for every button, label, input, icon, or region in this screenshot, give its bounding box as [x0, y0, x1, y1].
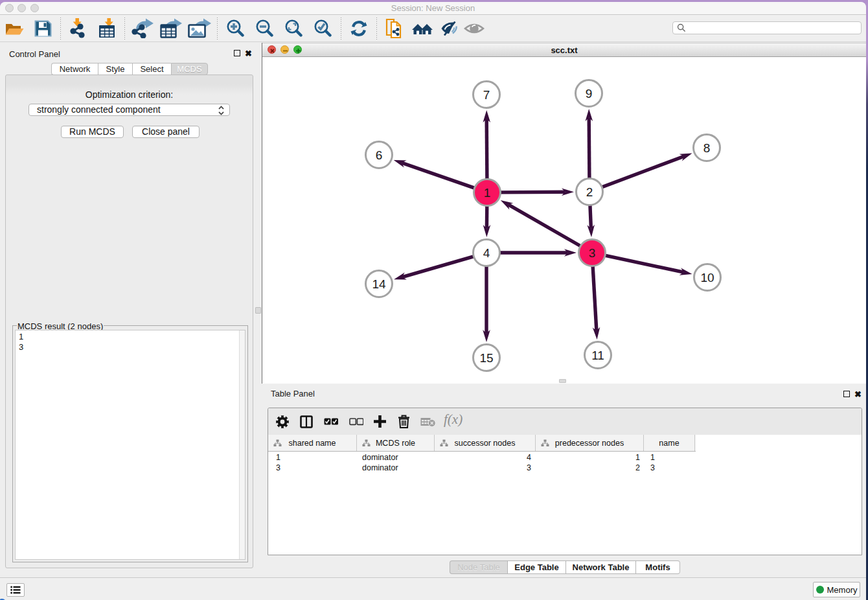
svg-text:4: 4: [483, 246, 490, 260]
svg-text:15: 15: [479, 351, 493, 365]
svg-text:3: 3: [589, 246, 596, 260]
svg-text:14: 14: [372, 277, 386, 291]
svg-text:6: 6: [376, 148, 383, 162]
svg-text:1: 1: [484, 186, 491, 200]
svg-text:11: 11: [591, 349, 604, 362]
svg-text:7: 7: [483, 88, 490, 102]
svg-text:8: 8: [703, 141, 711, 155]
svg-text:10: 10: [700, 271, 714, 284]
svg-text:9: 9: [586, 87, 593, 100]
svg-text:2: 2: [586, 185, 593, 199]
